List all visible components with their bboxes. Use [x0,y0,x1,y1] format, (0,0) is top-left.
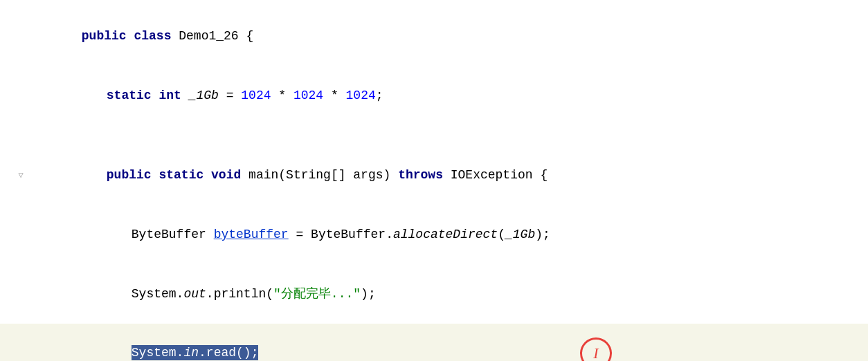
var-out1: out [183,287,206,301]
code-line-2: static int _1Gb = 1024 * 1024 * 1024; [0,66,868,126]
var-1gb: _1Gb [189,89,219,102]
classname-demo: Demo1_26 [179,29,238,43]
string-alloc: "分配完毕..." [273,287,361,301]
gutter-4: ▽ [0,171,31,180]
code-content-3 [31,126,868,145]
method-allocatedirect: allocateDirect [393,228,498,241]
code-line-1: public class Demo1_26 { [0,7,868,66]
code-content-1: public class Demo1_26 { [31,8,868,66]
method-main: main(String[] args) [248,168,398,182]
code-content-5: ByteBuffer byteBuffer = ByteBuffer.alloc… [31,206,868,264]
var-in: in [183,346,199,360]
code-content-4: public static void main(String[] args) t… [31,147,868,205]
kw-throws: throws [398,168,451,182]
selected-code: System.in.read(); [132,345,259,360]
code-line-5: ByteBuffer byteBuffer = ByteBuffer.alloc… [0,205,868,265]
code-content-2: static int _1Gb = 1024 * 1024 * 1024; [31,67,868,125]
num-1024a: 1024 [241,89,271,102]
code-line-4: ▽ public static void main(String[] args)… [0,146,868,205]
kw-static: static [107,89,159,102]
equals-sign: = [219,89,241,102]
classname-bytebuffer: ByteBuffer [132,228,206,241]
code-line-7: System.in.read(); I [0,324,868,361]
code-line-3 [0,125,868,146]
fold-icon-4[interactable]: ▽ [16,171,26,180]
kw-int: int [159,89,188,102]
brace-open: { [239,29,254,43]
code-content-6: System.out.println("分配完毕..."); [31,266,868,324]
kw-void: void [211,168,248,182]
kw-public: public [82,29,134,43]
classname-ioexception: IOException [451,168,533,182]
kw-class: class [134,29,179,43]
classname-bytebuffer2: ByteBuffer [311,228,386,241]
num-1024b: 1024 [293,89,323,102]
num-1024c: 1024 [346,89,376,102]
code-editor: public class Demo1_26 { static int _1Gb … [0,0,868,361]
var-bytebuffer-decl: byteBuffer [214,228,289,241]
code-content-7: System.in.read(); [31,324,868,361]
kw-static2: static [159,168,211,182]
code-line-6: System.out.println("分配完毕..."); [0,265,868,324]
kw-public2: public [107,168,159,182]
cursor-i-icon: I [593,342,598,361]
var-1gb-ref: _1Gb [505,228,535,241]
